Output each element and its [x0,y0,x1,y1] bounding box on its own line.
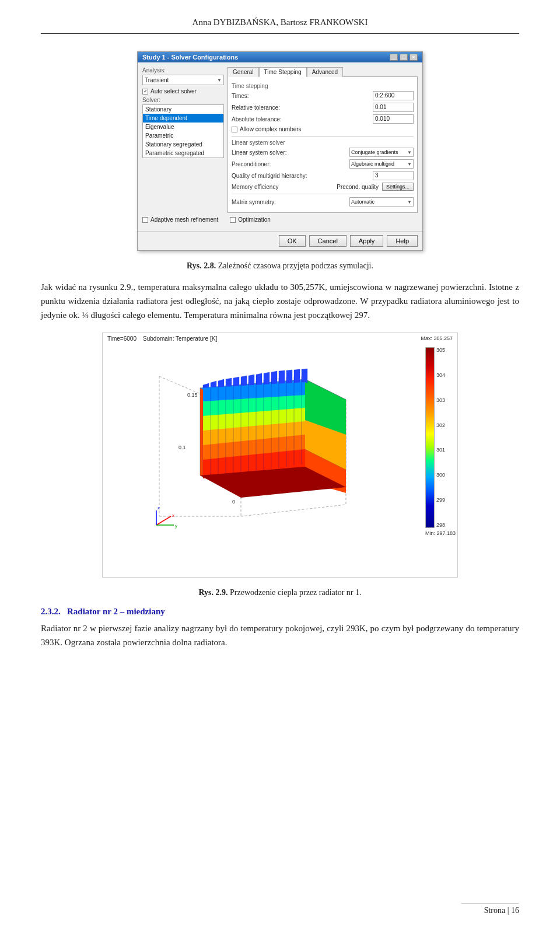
analysis-combobox[interactable]: Transient ▼ [142,75,224,85]
adaptive-mesh-row: Adaptive mesh refinement [142,216,218,223]
section-number: 2.3.2. [41,607,61,616]
linear-solver-row: Linear system solver: Conjugate gradient… [232,148,414,157]
colorbar-301: 301 [436,447,445,453]
solver-eigenvalue[interactable]: Eigenvalue [143,123,223,131]
header-title: Anna DYBIZBAŃSKA, Bartosz FRANKOWSKI [192,18,368,27]
left-panel: Analysis: Transient ▼ ✓ Auto select solv… [142,67,224,213]
linear-solver-dropdown[interactable]: Conjugate gradients ▼ [349,148,414,157]
preconditioner-value: Algebraic multigrid [351,161,394,167]
preconditioner-row: Preconditioner: Algebraic multigrid ▼ [232,159,414,169]
dialog-buttons: OK Cancel Apply Help [138,231,422,250]
analysis-type-value: Transient [145,77,169,83]
bottom-checkboxes: Adaptive mesh refinement Optimization [142,216,418,226]
colorbar-labels: 305 304 303 302 301 300 299 298 [435,347,445,528]
colorbar-303: 303 [436,397,445,403]
solver-label: Solver: [142,97,224,103]
help-button[interactable]: Help [387,235,418,247]
viz-body: x y z 0.15 0.1 0 30 [103,344,457,560]
paragraph1-text: Jak widać na rysunku 2.9., temperatura m… [41,282,519,320]
colorbar-302: 302 [436,422,445,428]
figure2-caption-bold: Rys. 2.9. [198,588,228,597]
figure2-caption: Rys. 2.9. Przewodzenie ciepła przez radi… [41,588,519,597]
close-button[interactable]: × [410,54,418,61]
rel-tolerance-value[interactable]: 0.01 [373,103,414,112]
svg-text:0.15: 0.15 [187,392,198,398]
cancel-button[interactable]: Cancel [309,235,346,247]
linear-solver-value: Conjugate gradients [351,149,398,155]
solver-time-dependent[interactable]: Time dependent [143,114,223,123]
figure1-caption-bold: Rys. 2.8. [187,261,216,270]
page-footer: Strona | 16 [461,903,519,915]
optimization-checkbox[interactable] [230,217,236,223]
tab-advanced[interactable]: Advanced [307,67,343,77]
ok-button[interactable]: OK [279,235,306,247]
figure1-caption-text: Zależność czasowa przyjęta podczas symul… [218,261,373,270]
viz-time: Time=6000 [107,335,136,342]
solver-parametric[interactable]: Parametric [143,131,223,140]
tab-general[interactable]: General [228,67,259,77]
solver-stationary-segregated[interactable]: Stationary segregated [143,140,223,149]
colorbar-container: 305 304 303 302 301 300 299 298 Min: 297… [425,344,457,560]
linear-solver-label: Linear system solver: [232,149,349,156]
memory-label: Memory efficiency [232,184,333,190]
allow-complex-row: Allow complex numbers [232,126,414,132]
colorbar-305: 305 [436,347,445,353]
tabs-row: General Time Stepping Advanced [228,67,418,77]
matrix-symmetry-dropdown[interactable]: Automatic ▼ [349,197,414,207]
viz-plot: x y z 0.15 0.1 0 [103,344,425,560]
multigrid-label: Quality of multigrid hierarchy: [232,173,373,179]
adaptive-mesh-label: Adaptive mesh refinement [150,216,218,223]
dialog-image-container: Study 1 - Solver Configurations _ □ × An… [41,51,519,251]
svg-text:y: y [175,523,177,529]
allow-complex-checkbox[interactable] [232,127,237,132]
matrix-symmetry-arrow: ▼ [407,200,412,205]
times-value[interactable]: 0:2:600 [373,91,414,100]
dialog-main-row: Analysis: Transient ▼ ✓ Auto select solv… [142,67,418,213]
solver-parametric-segregated[interactable]: Parametric segregated [143,149,223,158]
colorbar-300: 300 [436,472,445,478]
rel-tolerance-row: Relative tolerance: 0.01 [232,103,414,112]
dialog-title: Study 1 - Solver Configurations [142,54,238,61]
figure1-caption: Rys. 2.8. Zależność czasowa przyjęta pod… [41,261,519,271]
comsol-dialog: Study 1 - Solver Configurations _ □ × An… [137,51,423,251]
settings-button[interactable]: Settings... [382,183,414,191]
page-container: Anna DYBIZBAŃSKA, Bartosz FRANKOWSKI Stu… [0,0,560,927]
dialog-body: Analysis: Transient ▼ ✓ Auto select solv… [138,62,422,231]
colorbar-298: 298 [436,522,445,528]
colorbar-gradient [425,347,435,528]
right-panel: General Time Stepping Advanced Time step… [228,67,418,213]
colorbar-304: 304 [436,372,445,378]
colorbar-299: 299 [436,497,445,503]
precond-quality-label: Precond. quality [337,184,379,190]
linear-solver-arrow: ▼ [407,150,412,155]
preconditioner-arrow: ▼ [407,162,412,167]
adaptive-mesh-checkbox[interactable] [142,217,148,223]
times-row: Times: 0:2:600 [232,91,414,100]
temp-viz-container: Time=6000 Subdomain: Temperature [K] Max… [41,333,519,578]
temperature-visualization: Time=6000 Subdomain: Temperature [K] Max… [102,333,458,578]
auto-select-checkbox[interactable]: ✓ [142,89,148,95]
viz-header: Time=6000 Subdomain: Temperature [K] Max… [103,333,457,344]
titlebar-buttons: _ □ × [390,54,418,61]
abs-tolerance-value[interactable]: 0.010 [373,114,414,124]
abs-tolerance-label: Absolute tolerance: [232,116,373,123]
page-header: Anna DYBIZBAŃSKA, Bartosz FRANKOWSKI [41,18,519,34]
multigrid-value[interactable]: 3 [373,171,414,180]
linear-system-label: Linear system solver [232,139,414,146]
paragraph2-text: Radiator nr 2 w pierwszej fazie analizy … [41,624,519,647]
tab-content: Time stepping Times: 0:2:600 Relative to… [228,76,418,213]
preconditioner-dropdown[interactable]: Algebraic multigrid ▼ [349,159,414,169]
viz-subdomain: Subdomain: Temperature [K] [143,335,217,342]
rel-tolerance-label: Relative tolerance: [232,104,373,111]
apply-button[interactable]: Apply [350,235,384,247]
svg-text:z: z [158,505,160,510]
maximize-button[interactable]: □ [400,54,408,61]
solver-stationary[interactable]: Stationary [143,105,223,114]
matrix-symmetry-value: Automatic [351,199,374,205]
tab-time-stepping[interactable]: Time Stepping [259,67,307,77]
section-heading: 2.3.2. Radiator nr 2 – miedziany [41,607,519,617]
viz-max-label: Max: 305.257 [421,335,453,341]
minimize-button[interactable]: _ [390,54,398,61]
colorbar-row: 305 304 303 302 301 300 299 298 [425,347,457,528]
viz-title: Time=6000 Subdomain: Temperature [K] [107,335,217,342]
